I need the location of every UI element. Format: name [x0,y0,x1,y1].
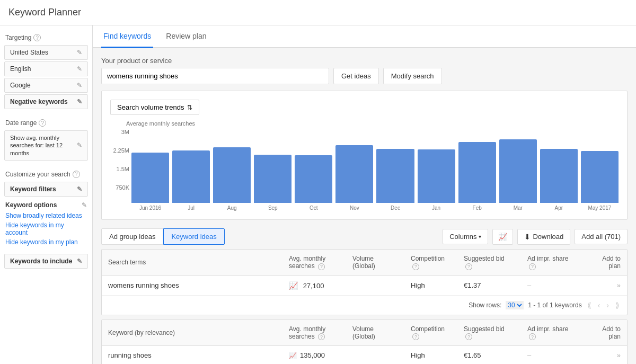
chart-bar [295,155,332,203]
bid-help-icon[interactable]: ? [465,263,472,270]
keyword-filters-item[interactable]: Keyword filters ✎ [4,182,88,197]
volume-kw-cell [346,346,404,365]
trend-icon[interactable]: 📈 [289,352,297,359]
col-add-to-plan-top: Add to plan [585,250,627,276]
impr-help-icon[interactable]: ? [529,263,536,270]
keyword-options-edit-icon[interactable]: ✎ [82,201,87,209]
date-range-value: Show avg. monthly searches for: last 12 … [10,134,75,157]
location-value: United States [10,49,48,56]
bid-kw-help-icon[interactable]: ? [465,333,472,340]
trend-icon[interactable]: 📈 [289,281,298,290]
chart-title-button[interactable]: Search volume trends ⇅ [110,100,199,115]
get-ideas-button[interactable]: Get ideas [333,68,379,84]
columns-button[interactable]: Columns ▾ [443,229,488,244]
show-rows-label: Show rows: [469,301,501,309]
customize-help-icon[interactable]: ? [73,171,80,178]
product-label: Your product or service [101,57,628,65]
tab-find-keywords[interactable]: Find keywords [101,25,153,48]
chart-bar [581,151,619,203]
network-edit-icon[interactable]: ✎ [77,82,82,89]
col-search-terms: Search terms [102,250,282,276]
location-item[interactable]: United States ✎ [4,45,88,60]
col-add-to-plan-kw: Add to plan [585,320,627,346]
chart-bar-label: Nov [335,205,373,211]
table-row: womens running shoes 📈 27,100 High [102,276,627,295]
avg-monthly-kw-help-icon[interactable]: ? [318,333,325,340]
hide-account-link[interactable]: Hide keywords in my account [5,220,87,237]
language-edit-icon[interactable]: ✎ [77,65,82,73]
language-item[interactable]: English ✎ [4,61,88,76]
col-ad-impr-top: Ad impr. share ? [521,250,585,276]
show-broadly-link[interactable]: Show broadly related ideas [5,211,87,220]
search-section: Your product or service Get ideas Modify… [101,57,628,84]
range-text: 1 - 1 of 1 keywords [528,301,581,309]
suggested-bid-cell: €1.37 [457,276,521,295]
chart-bar-label: Oct [295,205,332,211]
add-all-button[interactable]: Add all (701) [575,229,628,244]
sidebar: Targeting ? United States ✎ English ✎ Go… [0,25,93,364]
tab-ad-group-ideas[interactable]: Ad group ideas [101,228,163,245]
rows-select[interactable]: 30 [506,301,524,309]
tab-review-plan[interactable]: Review plan [164,25,208,48]
chart-bar-label: Dec [376,205,414,211]
impr-kw-help-icon[interactable]: ? [529,333,536,340]
chart-bar-label: Aug [213,205,251,211]
last-page-btn[interactable]: ⟫ [614,300,621,310]
chart-bar-label: Jul [172,205,210,211]
keyword-filters-edit-icon[interactable]: ✎ [77,185,82,193]
location-edit-icon[interactable]: ✎ [77,49,82,56]
col-suggested-bid-kw: Suggested bid ? [457,320,521,346]
network-value: Google [10,82,31,89]
search-input[interactable] [101,68,329,84]
network-item[interactable]: Google ✎ [4,78,88,93]
keyword-options-section: Keyword options ✎ [0,198,92,211]
chart-bar-label: Apr [540,205,578,211]
competition-cell: High [404,276,457,295]
chart-bar-label: Sep [254,205,292,211]
modify-search-button[interactable]: Modify search [383,68,442,84]
add-to-plan-kw-cell[interactable]: » [585,346,627,365]
avg-monthly-help-icon[interactable]: ? [318,263,325,270]
download-button[interactable]: ⬇ Download [517,229,570,245]
first-page-btn[interactable]: ⟪ [586,300,593,310]
date-range-help-icon[interactable]: ? [39,119,46,127]
ad-impr-cell: – [521,276,585,295]
col-avg-monthly-kw: Avg. monthly searches ? [282,320,346,346]
table-row: running shoes 📈135,000 High €1.65 – » [102,346,627,365]
keywords-include-edit-icon[interactable]: ✎ [77,258,82,265]
chart-view-button[interactable]: 📈 [492,229,513,245]
add-to-plan-cell[interactable]: » [585,276,627,295]
date-range-item[interactable]: Show avg. monthly searches for: last 12 … [4,130,88,161]
chart-bar-label: Mar [499,205,537,211]
avg-monthly-cell: 📈 27,100 [282,276,346,295]
negative-keywords-label: Negative keywords [10,98,68,105]
customize-section: Customize your search ? [0,167,92,180]
chart-bar [418,149,455,203]
chart-bar [499,139,537,203]
prev-page-btn[interactable]: ‹ [597,300,602,310]
keywords-include-item[interactable]: Keywords to include ✎ [4,254,88,269]
col-suggested-bid-top: Suggested bid ? [457,250,521,276]
results-actions: Columns ▾ 📈 ⬇ Download Add all (701) [443,229,628,245]
main-tabs: Find keywords Review plan [93,25,636,48]
targeting-help-icon[interactable]: ? [33,34,41,41]
main-content: Find keywords Review plan Your product o… [93,25,636,364]
language-value: English [10,65,31,73]
next-page-btn[interactable]: › [605,300,610,310]
competition-kw-help-icon[interactable]: ? [412,333,419,340]
volume-global-cell [346,276,404,295]
keyword-ideas-table: Keyword (by relevance) Avg. monthly sear… [102,320,627,365]
date-range-section: Date range ? [0,116,92,129]
tab-keyword-ideas[interactable]: Keyword ideas [163,228,224,245]
col-ad-impr-kw: Ad impr. share ? [521,320,585,346]
col-competition-top: Competition ? [404,250,457,276]
keywords-include-label: Keywords to include [10,258,72,265]
result-tabs: Ad group ideas Keyword ideas [101,228,225,245]
competition-help-icon[interactable]: ? [412,263,419,270]
sidebar-section-targeting: Targeting ? [0,31,92,43]
negative-keywords-edit-icon[interactable]: ✎ [77,98,82,105]
date-range-edit-icon[interactable]: ✎ [77,141,82,149]
date-range-label: Date range [5,119,37,127]
negative-keywords-item[interactable]: Negative keywords ✎ [4,94,88,109]
hide-plan-link[interactable]: Hide keywords in my plan [5,237,87,247]
